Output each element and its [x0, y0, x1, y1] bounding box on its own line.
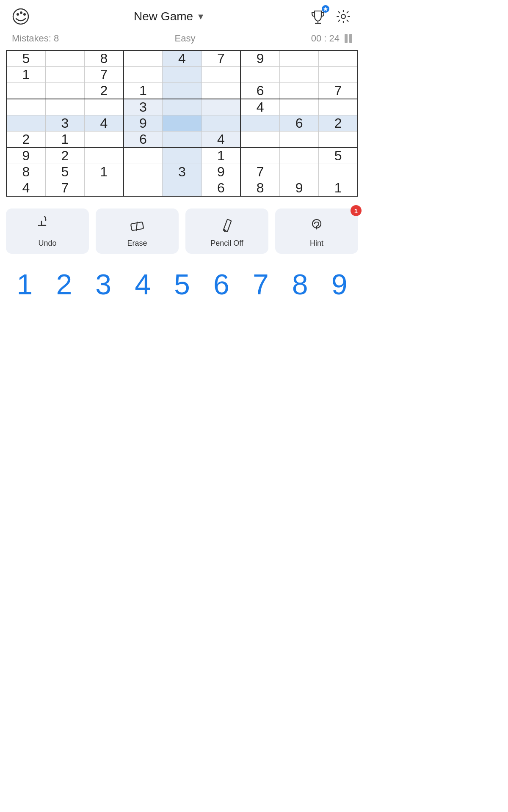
- grid-cell[interactable]: [280, 164, 319, 180]
- numpad-button-8[interactable]: 8: [281, 266, 319, 302]
- grid-cell[interactable]: 3: [163, 164, 202, 180]
- grid-cell[interactable]: [6, 115, 45, 132]
- grid-cell[interactable]: 7: [319, 83, 358, 99]
- grid-cell[interactable]: 1: [202, 148, 240, 164]
- grid-cell[interactable]: [6, 83, 45, 99]
- grid-cell[interactable]: 1: [319, 180, 358, 197]
- grid-cell[interactable]: 9: [280, 180, 319, 197]
- grid-cell[interactable]: [240, 148, 279, 164]
- grid-cell[interactable]: 3: [45, 115, 84, 132]
- grid-cell[interactable]: 2: [45, 148, 84, 164]
- hint-button[interactable]: 1 Hint: [275, 208, 358, 254]
- grid-cell[interactable]: [280, 132, 319, 148]
- numpad-button-6[interactable]: 6: [202, 266, 240, 302]
- grid-cell[interactable]: 9: [6, 148, 45, 164]
- grid-cell[interactable]: [202, 83, 240, 99]
- numpad-button-5[interactable]: 5: [163, 266, 201, 302]
- grid-cell[interactable]: 6: [124, 132, 163, 148]
- grid-cell[interactable]: [163, 83, 202, 99]
- grid-cell[interactable]: [163, 115, 202, 132]
- grid-cell[interactable]: [84, 180, 123, 197]
- grid-cell[interactable]: [124, 164, 163, 180]
- grid-cell[interactable]: 7: [84, 67, 123, 83]
- trophy-button[interactable]: [309, 8, 327, 25]
- grid-cell[interactable]: 9: [202, 164, 240, 180]
- grid-cell[interactable]: [45, 67, 84, 83]
- numpad-button-7[interactable]: 7: [242, 266, 279, 302]
- erase-button[interactable]: Erase: [96, 208, 179, 254]
- grid-cell[interactable]: 7: [240, 164, 279, 180]
- grid-cell[interactable]: 2: [6, 132, 45, 148]
- pencil-button[interactable]: Pencil Off: [185, 208, 268, 254]
- grid-cell[interactable]: [319, 164, 358, 180]
- grid-cell[interactable]: [124, 148, 163, 164]
- grid-cell[interactable]: 5: [319, 148, 358, 164]
- grid-cell[interactable]: 6: [240, 83, 279, 99]
- numpad-button-4[interactable]: 4: [124, 266, 162, 302]
- mistakes-count: 8: [54, 33, 59, 44]
- grid-cell[interactable]: 4: [240, 99, 279, 115]
- grid-cell[interactable]: [280, 67, 319, 83]
- grid-cell[interactable]: [280, 99, 319, 115]
- grid-cell[interactable]: 1: [124, 83, 163, 99]
- grid-cell[interactable]: [202, 99, 240, 115]
- grid-cell[interactable]: 6: [202, 180, 240, 197]
- grid-cell[interactable]: 4: [163, 50, 202, 67]
- grid-cell[interactable]: 8: [240, 180, 279, 197]
- grid-cell[interactable]: [124, 180, 163, 197]
- grid-cell[interactable]: [45, 99, 84, 115]
- grid-cell[interactable]: 4: [6, 180, 45, 197]
- grid-cell[interactable]: 5: [6, 50, 45, 67]
- grid-cell[interactable]: [202, 67, 240, 83]
- numpad-button-1[interactable]: 1: [6, 266, 44, 302]
- grid-cell[interactable]: [6, 99, 45, 115]
- theme-button[interactable]: [12, 8, 30, 25]
- grid-cell[interactable]: [280, 83, 319, 99]
- grid-cell[interactable]: [84, 99, 123, 115]
- grid-cell[interactable]: [319, 99, 358, 115]
- grid-cell[interactable]: [280, 50, 319, 67]
- grid-cell[interactable]: [163, 180, 202, 197]
- grid-cell[interactable]: 9: [124, 115, 163, 132]
- grid-cell[interactable]: [240, 132, 279, 148]
- grid-cell[interactable]: [319, 132, 358, 148]
- numpad-button-2[interactable]: 2: [45, 266, 83, 302]
- grid-cell[interactable]: [45, 50, 84, 67]
- grid-cell[interactable]: [240, 67, 279, 83]
- grid-cell[interactable]: 2: [319, 115, 358, 132]
- grid-cell[interactable]: 4: [202, 132, 240, 148]
- numpad-button-9[interactable]: 9: [320, 266, 358, 302]
- grid-cell[interactable]: 9: [240, 50, 279, 67]
- grid-cell[interactable]: [319, 67, 358, 83]
- grid-cell[interactable]: [84, 148, 123, 164]
- new-game-dropdown[interactable]: New Game ▼: [134, 10, 205, 23]
- grid-cell[interactable]: [163, 148, 202, 164]
- grid-cell[interactable]: 7: [45, 180, 84, 197]
- grid-cell[interactable]: 3: [124, 99, 163, 115]
- grid-cell[interactable]: 8: [84, 50, 123, 67]
- grid-cell[interactable]: 1: [6, 67, 45, 83]
- grid-cell[interactable]: 7: [202, 50, 240, 67]
- settings-button[interactable]: [334, 8, 352, 25]
- numpad-button-3[interactable]: 3: [85, 266, 122, 302]
- grid-cell[interactable]: 5: [45, 164, 84, 180]
- grid-cell[interactable]: 1: [45, 132, 84, 148]
- pause-icon[interactable]: [345, 34, 352, 43]
- grid-cell[interactable]: 8: [6, 164, 45, 180]
- grid-cell[interactable]: [163, 67, 202, 83]
- grid-cell[interactable]: [280, 148, 319, 164]
- grid-cell[interactable]: [163, 132, 202, 148]
- grid-cell[interactable]: 2: [84, 83, 123, 99]
- grid-cell[interactable]: [240, 115, 279, 132]
- grid-cell[interactable]: 4: [84, 115, 123, 132]
- grid-cell[interactable]: [84, 132, 123, 148]
- grid-cell[interactable]: 1: [84, 164, 123, 180]
- grid-cell[interactable]: [319, 50, 358, 67]
- grid-cell[interactable]: [124, 50, 163, 67]
- grid-cell[interactable]: 6: [280, 115, 319, 132]
- undo-button[interactable]: Undo: [6, 208, 89, 254]
- grid-cell[interactable]: [202, 115, 240, 132]
- grid-cell[interactable]: [124, 67, 163, 83]
- grid-cell[interactable]: [45, 83, 84, 99]
- grid-cell[interactable]: [163, 99, 202, 115]
